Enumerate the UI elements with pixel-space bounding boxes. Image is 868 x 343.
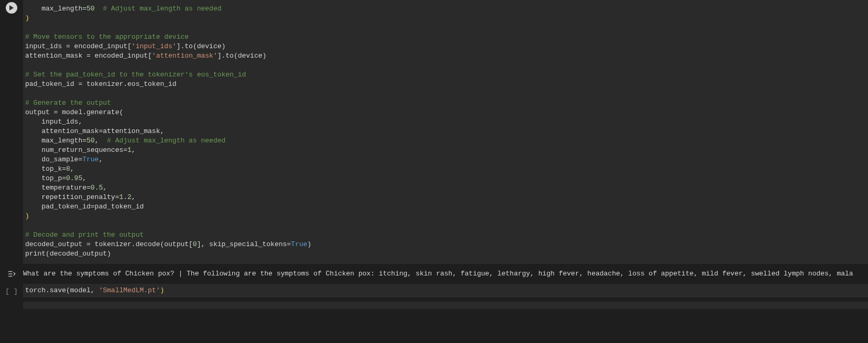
code-paren: )	[160, 286, 164, 294]
code-editor[interactable]	[23, 302, 868, 309]
code-text: ].to(device)	[218, 52, 267, 60]
code-text: top_p=	[25, 174, 66, 182]
code-text: ,	[82, 174, 86, 182]
code-paren: )	[25, 212, 29, 220]
cell-gutter	[0, 302, 23, 309]
code-editor[interactable]: max_length=50 # Adjust max_length as nee…	[23, 0, 868, 264]
code-number: 50	[86, 5, 95, 13]
code-keyword: True	[82, 156, 99, 163]
code-text: ], skip_special_tokens=	[197, 240, 291, 248]
cell-gutter	[0, 0, 23, 264]
code-text: attention_mask = encoded_input[	[25, 52, 152, 60]
code-text: pad_token_id=pad_token_id	[25, 203, 144, 211]
code-number: 50	[86, 137, 95, 145]
code-comment: # Set the pad_token_id to the tokenizer'…	[25, 71, 246, 79]
code-text	[25, 5, 41, 13]
code-text: =	[82, 5, 86, 13]
code-string: 'attention_mask'	[152, 52, 218, 60]
code-text: decoded_output = tokenizer.decode(output…	[25, 240, 193, 248]
code-cell-empty	[0, 302, 868, 309]
code-text: ].to(device)	[177, 42, 226, 50]
code-comment: # Decode and print the output	[25, 231, 144, 239]
code-text: ,	[99, 156, 103, 163]
code-number: 1.2	[119, 193, 131, 201]
output-cell: What are the symptoms of Chicken pox? | …	[0, 268, 868, 279]
code-number: 0	[193, 240, 197, 248]
code-number: 8	[66, 165, 70, 173]
code-text: output = model.generate(	[25, 108, 123, 116]
code-text: ,	[95, 137, 107, 145]
code-text: input_ids = encoded_input[	[25, 42, 132, 50]
code-text: )	[307, 240, 311, 248]
code-keyword: True	[291, 240, 307, 248]
play-icon	[9, 5, 14, 10]
code-text: torch.save(model,	[25, 286, 99, 294]
code-text: ,	[70, 165, 74, 173]
code-text: max_length=	[25, 137, 86, 145]
code-paren: )	[25, 14, 29, 22]
code-string: 'SmallMedLM.pt'	[99, 286, 160, 294]
code-string: 'input_ids'	[132, 42, 177, 50]
code-comment: # Generate the output	[25, 99, 111, 107]
code-editor[interactable]: torch.save(model, 'SmallMedLM.pt')	[23, 284, 868, 297]
code-text: top_k=	[25, 165, 66, 173]
code-text	[95, 5, 103, 13]
execution-bracket: [ ]	[5, 286, 17, 297]
code-text: ,	[132, 193, 136, 201]
code-number: 0.95	[66, 174, 82, 182]
code-cell-main: max_length=50 # Adjust max_length as nee…	[0, 0, 868, 264]
code-text: attention_mask=attention_mask,	[25, 127, 164, 135]
code-cell-save: [ ] torch.save(model, 'SmallMedLM.pt')	[0, 284, 868, 297]
notebook: max_length=50 # Adjust max_length as nee…	[0, 0, 868, 343]
code-comment: # Move tensors to the appropriate device	[25, 33, 189, 41]
code-text: repetition_penalty=	[25, 193, 119, 201]
code-text: num_return_sequences=	[25, 146, 127, 154]
cell-gutter: [ ]	[0, 284, 23, 297]
code-text: max_length	[41, 5, 82, 13]
code-text: print(decoded_output)	[25, 250, 111, 258]
run-button[interactable]	[6, 2, 17, 14]
code-text: pad_token_id = tokenizer.eos_token_id	[25, 80, 177, 88]
code-text: ,	[132, 146, 136, 154]
code-text: input_ids,	[25, 118, 82, 126]
code-text: temperature=	[25, 184, 91, 192]
code-number: 1	[127, 146, 132, 154]
code-comment: # Adjust max_length as needed	[103, 5, 221, 13]
code-text: ,	[103, 184, 107, 192]
code-text: do_sample=	[25, 156, 82, 163]
output-gutter	[0, 268, 23, 279]
output-toggle-icon[interactable]	[7, 269, 16, 279]
code-comment: # Adjust max_length as needed	[107, 137, 225, 145]
output-text[interactable]: What are the symptoms of Chicken pox? | …	[23, 268, 868, 279]
code-number: 0.5	[91, 184, 103, 192]
